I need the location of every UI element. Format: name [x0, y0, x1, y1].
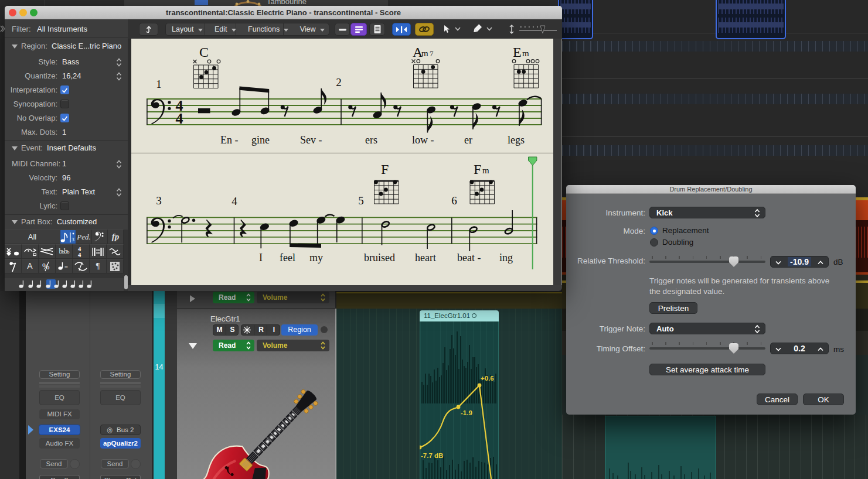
svg-text:I: I — [259, 252, 263, 264]
svg-text:legs: legs — [508, 134, 525, 146]
svg-text:3: 3 — [156, 194, 162, 207]
svg-text:2: 2 — [336, 76, 342, 88]
svg-text:En -: En - — [220, 134, 239, 146]
svg-text:m: m — [522, 49, 529, 58]
svg-text:C: C — [199, 45, 209, 60]
svg-text:-7.7 dB: -7.7 dB — [421, 452, 443, 459]
svg-text:+0.6: +0.6 — [481, 375, 494, 382]
svg-text:ing: ing — [499, 252, 513, 264]
svg-text:my: my — [309, 252, 323, 264]
svg-text:ers: ers — [365, 134, 377, 146]
svg-text:3: 3 — [72, 237, 74, 242]
svg-text:low -: low - — [412, 134, 434, 146]
svg-text:m: m — [421, 49, 428, 58]
svg-text:E: E — [513, 45, 522, 60]
svg-text:1: 1 — [156, 78, 162, 90]
svg-text:=: = — [64, 264, 68, 271]
svg-text:heart: heart — [415, 252, 436, 264]
svg-text:4: 4 — [176, 110, 183, 127]
svg-text:F: F — [381, 162, 389, 177]
svg-text:-1.9: -1.9 — [461, 409, 472, 416]
svg-text:m: m — [482, 166, 489, 175]
svg-text:5: 5 — [358, 194, 364, 207]
svg-text:gine: gine — [251, 134, 270, 146]
svg-text:er: er — [464, 134, 472, 146]
svg-text:bruised: bruised — [364, 252, 395, 264]
svg-text:beat -: beat - — [457, 252, 481, 264]
svg-text:4: 4 — [232, 195, 237, 207]
svg-text:6: 6 — [451, 194, 457, 207]
svg-text:7: 7 — [430, 49, 434, 58]
svg-text:Sev -: Sev - — [300, 134, 322, 146]
svg-text:feel: feel — [280, 252, 295, 264]
svg-text:F: F — [474, 162, 481, 177]
svg-text:4: 4 — [78, 252, 81, 258]
